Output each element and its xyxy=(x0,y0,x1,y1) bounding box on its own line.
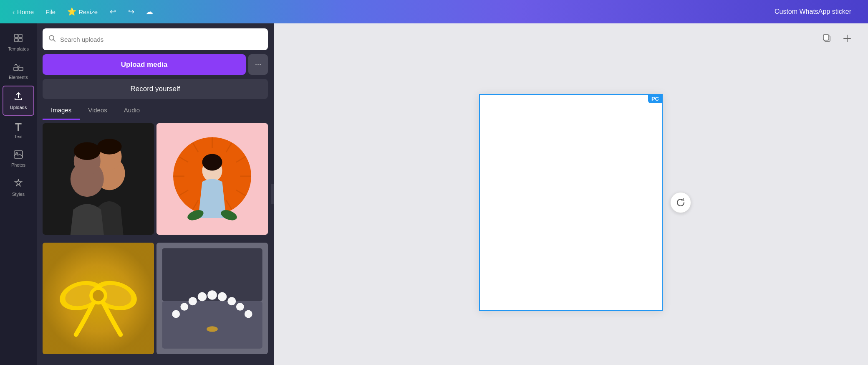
sidebar-item-uploads[interactable]: Uploads xyxy=(3,86,34,116)
svg-point-51 xyxy=(218,292,227,301)
styles-icon xyxy=(13,178,23,190)
list-item[interactable] xyxy=(156,243,268,354)
sidebar-item-label: Photos xyxy=(11,162,25,167)
sidebar-item-text[interactable]: T Text xyxy=(3,117,34,144)
tabs-row: Images Videos Audio xyxy=(37,99,274,120)
canvas-toolbar xyxy=(819,30,855,47)
sidebar-item-templates[interactable]: Templates xyxy=(3,28,34,56)
undo-button[interactable]: ↩ xyxy=(105,4,120,19)
svg-point-54 xyxy=(245,310,252,318)
page-title: Custom WhatsApp sticker xyxy=(775,8,860,15)
templates-icon xyxy=(13,33,23,45)
uploads-panel: Upload media ··· Record yourself Images … xyxy=(37,23,274,365)
elements-icon xyxy=(13,62,24,73)
svg-point-55 xyxy=(173,311,177,314)
canvas-area: PC xyxy=(274,23,868,365)
cloud-save-button[interactable]: ☁ xyxy=(142,4,157,19)
sidebar-item-label: Text xyxy=(14,134,23,139)
record-yourself-button[interactable]: Record yourself xyxy=(43,79,268,99)
sidebar-item-label: Templates xyxy=(8,46,29,51)
sidebar-item-label: Elements xyxy=(9,75,28,80)
image-grid xyxy=(37,120,274,365)
sidebar-item-label: Uploads xyxy=(10,105,27,110)
sidebar-item-label: Styles xyxy=(12,192,25,197)
svg-point-16 xyxy=(97,139,122,154)
svg-point-49 xyxy=(198,292,207,301)
add-canvas-button[interactable] xyxy=(839,30,855,47)
chevron-left-icon: ‹ xyxy=(13,8,15,15)
svg-point-48 xyxy=(189,297,197,305)
main-content: Templates Elements Uploads T xyxy=(0,23,868,365)
redo-icon: ↪ xyxy=(128,7,134,16)
file-menu-button[interactable]: File xyxy=(41,6,60,18)
sidebar-item-styles[interactable]: Styles xyxy=(3,173,34,202)
tab-audio[interactable]: Audio xyxy=(116,102,148,120)
search-bar xyxy=(43,28,268,50)
rotate-canvas-button[interactable] xyxy=(670,192,691,213)
svg-point-15 xyxy=(74,142,101,160)
svg-point-42 xyxy=(93,290,104,301)
svg-rect-45 xyxy=(162,301,262,348)
svg-point-32 xyxy=(202,154,222,170)
search-icon xyxy=(48,35,56,44)
copy-canvas-button[interactable] xyxy=(819,30,835,47)
list-item[interactable] xyxy=(43,123,154,235)
svg-point-52 xyxy=(227,297,236,305)
sidebar-item-photos[interactable]: Photos xyxy=(3,145,34,172)
svg-point-57 xyxy=(207,326,218,332)
svg-rect-1 xyxy=(19,34,22,38)
svg-line-9 xyxy=(53,39,56,41)
undo-icon: ↩ xyxy=(110,7,116,16)
search-input[interactable] xyxy=(60,36,262,43)
svg-point-47 xyxy=(180,303,188,311)
svg-point-53 xyxy=(236,303,244,311)
svg-point-56 xyxy=(209,291,213,295)
sidebar: Templates Elements Uploads T xyxy=(0,23,37,365)
canvas-board[interactable]: PC xyxy=(479,94,663,311)
pc-badge: PC xyxy=(648,94,662,103)
tab-images[interactable]: Images xyxy=(43,102,80,120)
svg-rect-59 xyxy=(823,35,829,40)
uploads-icon xyxy=(13,91,23,103)
text-icon: T xyxy=(15,122,22,132)
svg-rect-2 xyxy=(15,38,18,42)
svg-rect-3 xyxy=(19,38,22,42)
upload-more-button[interactable]: ··· xyxy=(248,54,268,75)
redo-button[interactable]: ↪ xyxy=(124,4,139,19)
cloud-icon: ☁ xyxy=(146,7,153,16)
upload-media-row: Upload media ··· xyxy=(43,54,268,75)
top-bar: ‹ Home File ⭐ Resize ↩ ↪ ☁ Custom WhatsA… xyxy=(0,0,868,23)
upload-media-button[interactable]: Upload media xyxy=(43,54,246,75)
svg-rect-0 xyxy=(15,34,18,38)
list-item[interactable] xyxy=(156,123,268,235)
star-icon: ⭐ xyxy=(67,7,76,16)
sidebar-item-elements[interactable]: Elements xyxy=(3,57,34,85)
svg-point-50 xyxy=(207,290,217,300)
back-button[interactable]: ‹ Home xyxy=(8,6,38,18)
list-item[interactable] xyxy=(43,243,154,354)
photos-icon xyxy=(13,150,23,161)
svg-rect-4 xyxy=(14,67,18,71)
resize-button[interactable]: ⭐ Resize xyxy=(63,5,102,18)
collapse-panel-button[interactable] xyxy=(271,184,274,204)
tab-videos[interactable]: Videos xyxy=(80,102,116,120)
svg-rect-5 xyxy=(19,67,23,71)
